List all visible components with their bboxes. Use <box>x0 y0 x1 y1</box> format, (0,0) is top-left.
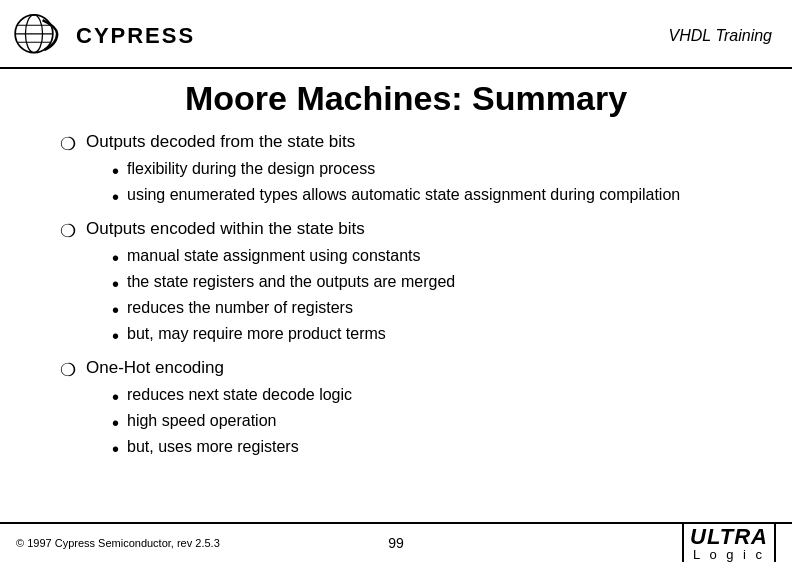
sub-bullet-text-3-1: reduces next state decode logic <box>127 385 352 406</box>
main-bullet-icon-1: ❍ <box>60 133 76 155</box>
slide: CYPRESS VHDL Training Moore Machines: Su… <box>0 0 792 562</box>
sub-bullets-1: • flexibility during the design process … <box>112 159 752 209</box>
main-bullet-icon-3: ❍ <box>60 359 76 381</box>
main-bullet-text-3: One-Hot encoding <box>86 358 224 378</box>
logo-area: CYPRESS <box>10 8 195 63</box>
sub-bullet-2-4: • but, may require more product terms <box>112 324 752 348</box>
logo-text: CYPRESS <box>76 23 195 49</box>
sub-bullet-3-1: • reduces next state decode logic <box>112 385 752 409</box>
sub-bullet-text-2-3: reduces the number of registers <box>127 298 353 319</box>
bullet-section-2: ❍ Outputs encoded within the state bits … <box>60 219 752 348</box>
cypress-logo-icon <box>10 8 70 63</box>
sub-bullet-1-2: • using enumerated types allows automati… <box>112 185 752 209</box>
sub-bullet-text-2-4: but, may require more product terms <box>127 324 386 345</box>
footer-copyright: © 1997 Cypress Semiconductor, rev 2.5.3 <box>16 537 220 549</box>
sub-bullet-dot: • <box>112 411 119 435</box>
footer-page-number: 99 <box>388 535 404 551</box>
logic-text: L o g i c <box>693 548 765 561</box>
sub-bullet-3-3: • but, uses more registers <box>112 437 752 461</box>
sub-bullet-dot: • <box>112 437 119 461</box>
sub-bullet-text-3-3: but, uses more registers <box>127 437 299 458</box>
sub-bullet-dot: • <box>112 159 119 183</box>
sub-bullet-2-1: • manual state assignment using constant… <box>112 246 752 270</box>
header-title: VHDL Training <box>669 27 772 45</box>
main-bullet-1: ❍ Outputs decoded from the state bits <box>60 132 752 155</box>
bullet-section-1: ❍ Outputs decoded from the state bits • … <box>60 132 752 209</box>
sub-bullets-2: • manual state assignment using constant… <box>112 246 752 348</box>
sub-bullet-dot: • <box>112 272 119 296</box>
sub-bullet-dot: • <box>112 298 119 322</box>
main-bullet-text-1: Outputs decoded from the state bits <box>86 132 355 152</box>
sub-bullet-text-2-1: manual state assignment using constants <box>127 246 421 267</box>
sub-bullets-3: • reduces next state decode logic • high… <box>112 385 752 461</box>
sub-bullet-dot: • <box>112 185 119 209</box>
sub-bullet-text-3-2: high speed operation <box>127 411 276 432</box>
sub-bullet-text-2-2: the state registers and the outputs are … <box>127 272 455 293</box>
main-bullet-icon-2: ❍ <box>60 220 76 242</box>
header: CYPRESS VHDL Training <box>0 0 792 69</box>
slide-title: Moore Machines: Summary <box>60 79 752 118</box>
sub-bullet-dot: • <box>112 324 119 348</box>
footer: © 1997 Cypress Semiconductor, rev 2.5.3 … <box>0 522 792 562</box>
ultra-text: ULTRA <box>690 526 768 548</box>
sub-bullet-dot: • <box>112 246 119 270</box>
sub-bullet-2-2: • the state registers and the outputs ar… <box>112 272 752 296</box>
sub-bullet-3-2: • high speed operation <box>112 411 752 435</box>
sub-bullet-2-3: • reduces the number of registers <box>112 298 752 322</box>
main-bullet-text-2: Outputs encoded within the state bits <box>86 219 365 239</box>
bullet-section-3: ❍ One-Hot encoding • reduces next state … <box>60 358 752 461</box>
ultra-logic-text: ULTRA L o g i c <box>690 526 768 561</box>
sub-bullet-dot: • <box>112 385 119 409</box>
main-content: Moore Machines: Summary ❍ Outputs decode… <box>0 69 792 481</box>
sub-bullet-text-1-2: using enumerated types allows automatic … <box>127 185 680 206</box>
main-bullet-3: ❍ One-Hot encoding <box>60 358 752 381</box>
main-bullet-2: ❍ Outputs encoded within the state bits <box>60 219 752 242</box>
sub-bullet-1-1: • flexibility during the design process <box>112 159 752 183</box>
ultra-logic-logo: ULTRA L o g i c <box>682 522 776 563</box>
sub-bullet-text-1-1: flexibility during the design process <box>127 159 375 180</box>
